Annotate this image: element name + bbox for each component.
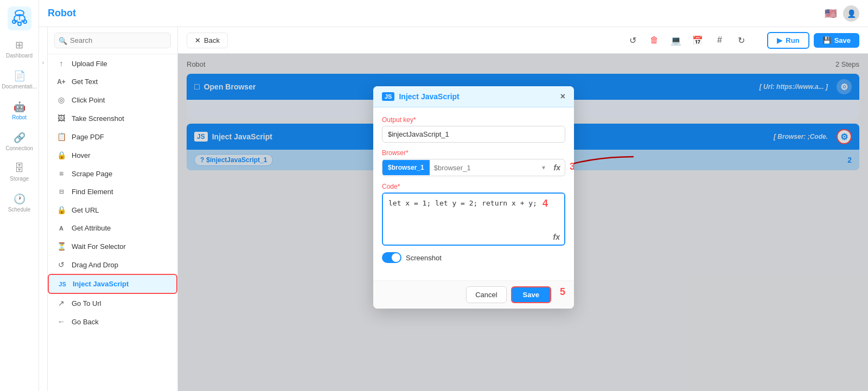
schedule-icon: 🕐 [14, 193, 25, 205]
sidebar-item-scrape-page[interactable]: ≡ Scrape Page [48, 164, 177, 183]
main-wrapper: Robot 🇺🇸 👤 › 🔍 ↑ Upload File A+ [39, 0, 868, 391]
sidebar-item-page-pdf[interactable]: 📋 Page PDF [48, 127, 177, 146]
sidebar-item-upload-file[interactable]: ↑ Upload File [48, 54, 177, 73]
app-logo [8, 7, 31, 33]
robot-area: Robot 2 Steps □ Open Browser [ Url: http… [178, 54, 868, 391]
save-icon: 💾 [822, 36, 831, 44]
sidebar-item-find-element[interactable]: ⊟ Find Element [48, 183, 177, 201]
annotation-number-4: 4 [542, 198, 548, 209]
find-element-icon: ⊟ [56, 188, 66, 195]
sidebar-item-hover[interactable]: 🔒 Hover [48, 146, 177, 164]
modal-body: Output key* Browser* $browser_1 ▾ [373, 107, 574, 280]
nav-item-documentation[interactable]: 📄 Documentati... [3, 66, 36, 94]
nav-item-dashboard[interactable]: ⊞ Dashboard [3, 35, 36, 63]
screenshot-toggle[interactable] [382, 252, 401, 263]
upload-icon: ↑ [56, 59, 66, 68]
flag-icon: 🇺🇸 [825, 8, 837, 20]
dashboard-icon: ⊞ [15, 39, 23, 51]
search-icon: 🔍 [59, 36, 67, 44]
nav-item-schedule[interactable]: 🕐 Schedule [3, 189, 36, 217]
sidebar: 🔍 ↑ Upload File A+ Get Text ◎ Click Poin… [48, 27, 178, 391]
undo-button[interactable]: ↺ [624, 31, 641, 49]
toolbar: ✕ Back ↺ 🗑 💻 📅 # ↻ ▶ Run 💾 Save [178, 27, 868, 54]
left-nav: ⊞ Dashboard 📄 Documentati... 🤖 Robot 🔗 C… [0, 0, 39, 391]
sidebar-item-drag-and-drop[interactable]: ↺ Drag And Drop [48, 255, 177, 274]
code-fx-button[interactable]: fx [553, 233, 560, 241]
browser-input[interactable] [430, 160, 538, 176]
canvas: ✕ Back ↺ 🗑 💻 📅 # ↻ ▶ Run 💾 Save [178, 27, 868, 391]
robot-icon: 🤖 [14, 101, 25, 113]
screenshot-label: Screenshot [406, 254, 442, 262]
cancel-button[interactable]: Cancel [466, 286, 506, 303]
sidebar-item-get-url[interactable]: 🔒 Get URL [48, 201, 177, 219]
get-text-icon: A+ [56, 78, 66, 86]
go-back-icon: ← [56, 317, 66, 326]
output-key-input[interactable] [382, 126, 565, 143]
browser-chevron-icon[interactable]: ▾ [538, 160, 550, 175]
sidebar-item-go-to-url[interactable]: ↗ Go To Url [48, 294, 177, 312]
browser-field: $browser_1 ▾ fx [382, 159, 565, 176]
hover-icon: 🔒 [56, 151, 66, 159]
code-label: Code* [382, 183, 565, 190]
sidebar-item-inject-javascript[interactable]: JS Inject JavaScript 1 [48, 274, 177, 294]
modal-header: JS Inject JavaScript × [373, 86, 574, 107]
device-button[interactable]: 💻 [667, 31, 685, 49]
sidebar-search-container: 🔍 [48, 27, 177, 54]
back-button[interactable]: ✕ Back [187, 33, 228, 48]
modal-title: Inject JavaScript [399, 92, 459, 101]
back-icon: ✕ [195, 36, 201, 44]
nav-item-robot[interactable]: 🤖 Robot [3, 97, 36, 125]
output-key-label: Output key* [382, 116, 565, 124]
annotation-number-5: 5 [560, 286, 565, 303]
sidebar-collapse-button[interactable]: › [39, 27, 48, 391]
modal-js-icon: JS [382, 92, 394, 101]
connection-icon: 🔗 [14, 132, 25, 144]
browser-label: Browser* [382, 149, 565, 157]
nav-item-connection[interactable]: 🔗 Connection [3, 127, 36, 156]
sidebar-item-get-attribute[interactable]: A Get Attribute [48, 219, 177, 237]
screenshot-icon: 🖼 [56, 114, 66, 123]
delete-button[interactable]: 🗑 [646, 31, 663, 49]
sidebar-item-click-point[interactable]: ◎ Click Point [48, 91, 177, 109]
sidebar-item-get-text[interactable]: A+ Get Text [48, 73, 177, 91]
code-textarea[interactable]: let x = 1; let y = 2; return x + y; [383, 194, 564, 242]
hash-button[interactable]: # [711, 31, 728, 49]
content-area: › 🔍 ↑ Upload File A+ Get Text ◎ [39, 27, 868, 391]
browser-token: $browser_1 [382, 160, 430, 175]
user-avatar[interactable]: 👤 [843, 5, 859, 22]
screenshot-row: Screenshot [382, 252, 565, 263]
redo-button[interactable]: ↻ [732, 31, 750, 49]
sidebar-item-wait-for-selector[interactable]: ⏳ Wait For Selector [48, 237, 177, 255]
modal-overlay: JS Inject JavaScript × Output key* [178, 54, 868, 391]
inject-js-modal: JS Inject JavaScript × Output key* [373, 86, 574, 309]
wait-icon: ⏳ [56, 242, 66, 251]
annotation-number-3: 3 [570, 161, 574, 172]
browser-fx-button[interactable]: fx [550, 159, 565, 176]
code-field: let x = 1; let y = 2; return x + y; fx 4 [382, 193, 565, 246]
get-attribute-icon: A [56, 225, 66, 232]
sidebar-list: ↑ Upload File A+ Get Text ◎ Click Point … [48, 54, 177, 391]
drag-icon: ↺ [56, 260, 66, 269]
topbar: Robot 🇺🇸 👤 [39, 0, 868, 27]
scrape-icon: ≡ [56, 169, 66, 178]
sidebar-item-go-back[interactable]: ← Go Back [48, 312, 177, 331]
run-button[interactable]: ▶ Run [767, 32, 809, 49]
calendar-button[interactable]: 📅 [689, 31, 706, 49]
topbar-title: Robot [48, 8, 76, 19]
documentation-icon: 📄 [14, 70, 25, 82]
sidebar-item-take-screenshot[interactable]: 🖼 Take Screenshot [48, 109, 177, 127]
js-icon: JS [58, 281, 67, 287]
modal-footer: Cancel Save 5 [373, 280, 574, 309]
storage-icon: 🗄 [15, 163, 24, 174]
search-input[interactable] [54, 33, 171, 48]
run-icon: ▶ [777, 36, 782, 44]
pdf-icon: 📋 [56, 132, 66, 141]
get-url-icon: 🔒 [56, 206, 66, 214]
nav-item-storage[interactable]: 🗄 Storage [3, 158, 36, 187]
save-button[interactable]: 💾 Save [814, 33, 859, 48]
go-to-url-icon: ↗ [56, 299, 66, 307]
modal-save-button[interactable]: Save [511, 286, 551, 303]
modal-close-button[interactable]: × [560, 92, 565, 101]
click-point-icon: ◎ [56, 95, 66, 104]
